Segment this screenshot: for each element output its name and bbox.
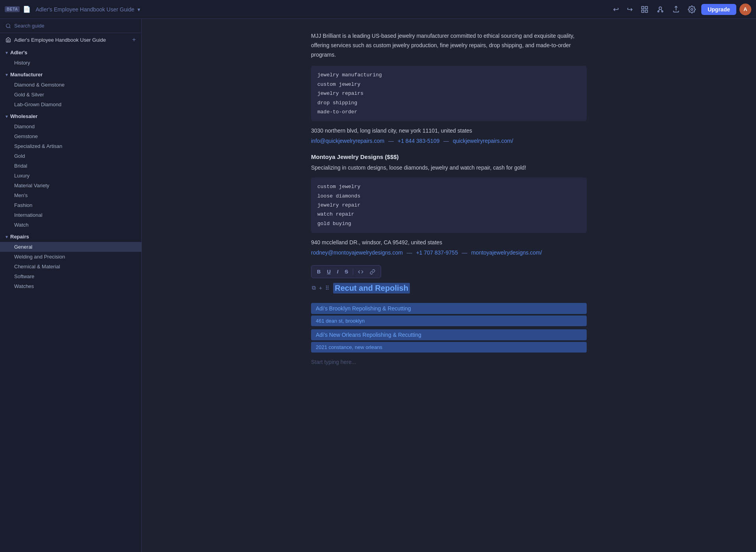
sidebar-item-diamond[interactable]: Diamond [0, 122, 141, 131]
guide-row[interactable]: Adler's Employee Handbook User Guide + [0, 33, 141, 46]
mjj-address: 3030 northern blvd, long island city, ne… [311, 127, 587, 134]
brooklyn-name-block[interactable]: Adi's Brooklyn Repolishing & Recutting [311, 303, 587, 314]
redo-button[interactable]: ↪ [624, 3, 635, 16]
sidebar-item-gemstone[interactable]: Gemstone [0, 131, 141, 141]
montoya-tags-block: custom jewelry loose diamonds jewelry re… [311, 177, 587, 233]
sidebar-group-repairs: ▾ Repairs General Welding and Precision … [0, 231, 141, 291]
link-button[interactable] [367, 268, 378, 276]
main-layout: Search guide Adler's Employee Handbook U… [0, 19, 756, 552]
sidebar-item-gold-silver[interactable]: Gold & Silver [0, 90, 141, 100]
svg-point-5 [658, 11, 659, 12]
share-button[interactable] [654, 3, 667, 16]
tag-custom-jewelry-m: custom jewelry [317, 182, 580, 191]
separator: — [407, 249, 412, 256]
topbar-title: Adler's Employee Handbook User Guide ▾ [34, 6, 608, 13]
sidebar-item-welding-precision[interactable]: Welding and Precision [0, 252, 141, 262]
separator: — [388, 138, 394, 144]
svg-rect-2 [642, 10, 644, 12]
tag-jewelry-manufacturing: jewelry manufacturing [317, 70, 580, 79]
sidebar-item-luxury[interactable]: Luxury [0, 171, 141, 181]
mjj-website-link[interactable]: quickjewelryrepairs.com/ [453, 138, 513, 144]
montoya-email-link[interactable]: rodney@montoyajewelrydesigns.com [311, 249, 403, 256]
separator: — [462, 249, 467, 256]
montoya-phone-link[interactable]: +1 707 837-9755 [416, 249, 458, 256]
sidebar-item-chemical-material[interactable]: Chemical & Material [0, 262, 141, 271]
block-actions: ⧉ + ⠿ [311, 283, 330, 292]
recut-heading-row: ⧉ + ⠿ Recut and Repolish [311, 283, 587, 301]
sidebar-group-adlers-header[interactable]: ▾ Adler's [0, 47, 141, 58]
tag-gold-buying: gold buying [317, 219, 580, 228]
tag-drop-shipping: drop shipping [317, 98, 580, 107]
avatar[interactable]: A [739, 4, 751, 15]
svg-point-10 [691, 8, 693, 10]
montoya-specializing: Specializing in custom designs, loose di… [311, 163, 587, 173]
view-button[interactable] [638, 3, 651, 16]
tag-jewelry-repair: jewelry repair [317, 201, 580, 210]
svg-rect-0 [642, 6, 644, 9]
sidebar-item-history[interactable]: History [0, 58, 141, 68]
sidebar-item-material-variety[interactable]: Material Variety [0, 181, 141, 190]
add-block-button[interactable]: + [318, 284, 323, 292]
sidebar-item-watch[interactable]: Watch [0, 220, 141, 230]
placeholder-text[interactable]: Start typing here... [311, 356, 587, 368]
italic-button[interactable]: I [335, 267, 341, 276]
sidebar-item-bridal[interactable]: Bridal [0, 161, 141, 171]
sidebar-item-lab-grown-diamond[interactable]: Lab-Grown Diamond [0, 100, 141, 109]
mjj-tags-block: jewelry manufacturing custom jewelry jew… [311, 66, 587, 121]
new-orleans-address-block[interactable]: 2021 constance, new orleans [311, 342, 587, 353]
svg-line-7 [659, 9, 660, 11]
home-icon [6, 37, 11, 42]
undo-button[interactable]: ↩ [611, 3, 621, 16]
sidebar-item-international[interactable]: International [0, 210, 141, 220]
tag-jewelry-repairs: jewelry repairs [317, 89, 580, 98]
floating-toolbar: B U I S [311, 265, 381, 278]
brooklyn-address-block[interactable]: 461 dean st, brooklyn [311, 316, 587, 326]
search-icon [6, 23, 11, 29]
sidebar-group-wholesaler-header[interactable]: ▾ Wholesaler [0, 111, 141, 122]
montoya-heading: Montoya Jewelry Designs ($$$) [311, 153, 587, 160]
sidebar-item-watches[interactable]: Watches [0, 281, 141, 291]
svg-line-12 [9, 27, 11, 28]
toolbar-separator [353, 269, 353, 275]
drag-block-button[interactable]: ⠿ [324, 284, 330, 292]
svg-line-8 [661, 9, 662, 11]
sidebar: Search guide Adler's Employee Handbook U… [0, 19, 142, 552]
upgrade-button[interactable]: Upgrade [701, 4, 736, 15]
chevron-down-icon: ▾ [6, 72, 8, 78]
underline-button[interactable]: U [324, 267, 333, 276]
content-block: MJJ Brilliant is a leading US-based jewe… [311, 31, 587, 368]
sidebar-group-repairs-header[interactable]: ▾ Repairs [0, 231, 141, 242]
chevron-down-icon: ▾ [6, 114, 8, 119]
code-button[interactable] [356, 268, 366, 276]
tag-watch-repair: watch repair [317, 210, 580, 219]
settings-button[interactable] [686, 3, 698, 16]
sidebar-item-specialized-artisan[interactable]: Specialized & Artisan [0, 141, 141, 151]
chevron-down-icon: ▾ [6, 234, 8, 240]
brooklyn-block-group: Adi's Brooklyn Repolishing & Recutting 4… [311, 303, 587, 326]
sidebar-item-gold[interactable]: Gold [0, 151, 141, 161]
mjj-phone-link[interactable]: +1 844 383-5109 [398, 138, 439, 144]
search-guide[interactable]: Search guide [0, 19, 141, 33]
bold-button[interactable]: B [315, 267, 323, 276]
sidebar-group-repairs-label: Repairs [10, 234, 29, 240]
montoya-website-link[interactable]: montoyajewelrydesigns.com/ [471, 249, 542, 256]
recut-section-heading: Recut and Repolish [333, 283, 410, 294]
sidebar-item-diamond-gemstone[interactable]: Diamond & Gemstone [0, 80, 141, 90]
sidebar-item-mens[interactable]: Men's [0, 190, 141, 200]
sidebar-item-general[interactable]: General [0, 242, 141, 252]
svg-rect-1 [645, 6, 648, 9]
export-button[interactable] [670, 3, 682, 16]
strikethrough-button[interactable]: S [342, 267, 350, 276]
svg-point-6 [662, 11, 663, 12]
tag-loose-diamonds: loose diamonds [317, 192, 580, 201]
sidebar-group-manufacturer-header[interactable]: ▾ Manufacturer [0, 69, 141, 80]
sidebar-item-fashion[interactable]: Fashion [0, 200, 141, 210]
mjj-intro-text: MJJ Brilliant is a leading US-based jewe… [311, 31, 587, 59]
add-page-icon[interactable]: + [132, 36, 136, 43]
sidebar-item-software[interactable]: Software [0, 271, 141, 281]
sidebar-group-wholesaler-label: Wholesaler [10, 113, 37, 119]
sidebar-group-manufacturer: ▾ Manufacturer Diamond & Gemstone Gold &… [0, 69, 141, 109]
mjj-email-link[interactable]: info@quickjewelryrepairs.com [311, 138, 384, 144]
new-orleans-name-block[interactable]: Adi's New Orleans Repolishing & Recuttin… [311, 329, 587, 340]
copy-block-button[interactable]: ⧉ [311, 284, 317, 292]
